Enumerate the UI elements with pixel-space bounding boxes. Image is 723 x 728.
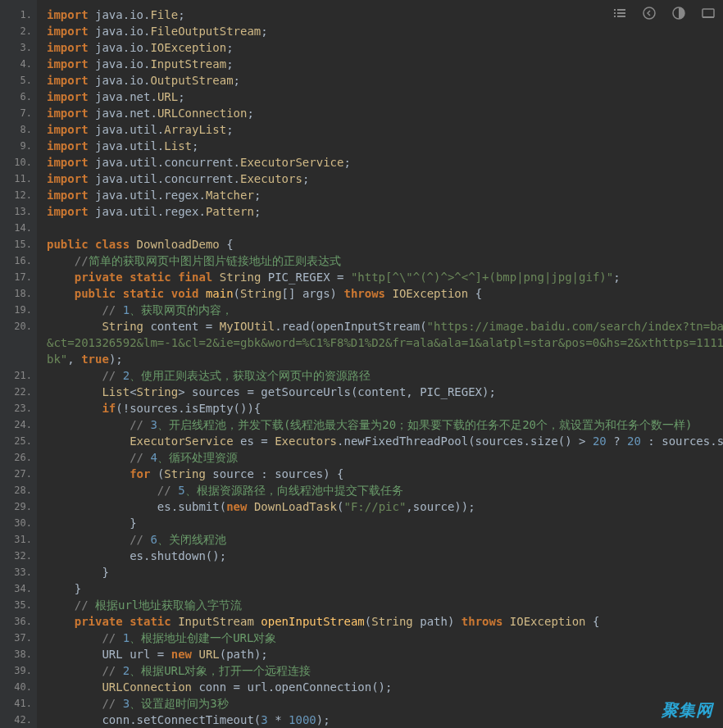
- code-line: private static InputStream openInputStre…: [47, 613, 723, 630]
- code-line: }: [47, 564, 723, 580]
- back-icon[interactable]: [643, 7, 656, 24]
- code-line: URLConnection conn = url.openConnection(…: [47, 679, 723, 695]
- code-line: import java.util.concurrent.ExecutorServ…: [47, 154, 723, 171]
- code-line: for (String source : sources) {: [47, 466, 723, 482]
- line-number: 5.: [0, 72, 37, 89]
- code-line: // 2、根据URL对象，打开一个远程连接: [47, 662, 723, 679]
- line-number: 1.: [0, 7, 37, 23]
- code-line: ExecutorService es = Executors.newFixedT…: [47, 433, 723, 449]
- line-number: 34.: [0, 580, 37, 597]
- code-line: import java.net.URL;: [47, 89, 723, 105]
- svg-rect-1: [617, 9, 625, 11]
- line-number: 31.: [0, 531, 37, 548]
- code-line: public static void main(String[] args) t…: [47, 285, 723, 302]
- code-line: import java.util.ArrayList;: [47, 121, 723, 138]
- code-line: List<String> sources = getSourceUrls(con…: [47, 384, 723, 400]
- line-number: 19.: [0, 302, 37, 318]
- watermark: 聚集网: [662, 702, 713, 718]
- line-number: 20.: [0, 318, 37, 334]
- line-number: 2.: [0, 23, 37, 39]
- code-line: // 1、根据地址创建一个URL对象: [47, 630, 723, 646]
- code-line: import java.net.URLConnection;: [47, 105, 723, 121]
- line-number: 21.: [0, 367, 37, 384]
- code-line: if(!sources.isEmpty()){: [47, 400, 723, 416]
- code-line: // 根据url地址获取输入字节流: [47, 597, 723, 613]
- svg-rect-4: [614, 16, 616, 17]
- line-number: 3.: [0, 39, 37, 56]
- line-number: 42.: [0, 712, 37, 728]
- line-number: 33.: [0, 564, 37, 580]
- code-line: //简单的获取网页中图片图片链接地址的正则表达式: [47, 253, 723, 269]
- svg-point-6: [643, 7, 655, 19]
- contrast-icon[interactable]: [672, 7, 685, 24]
- code-line: import java.util.concurrent.Executors;: [47, 171, 723, 187]
- code-area: import java.io.File;import java.io.FileO…: [37, 0, 723, 728]
- code-line: [47, 220, 723, 236]
- code-line: &ct=201326592&lm=-1&cl=2&ie=gbk&word=%C1…: [47, 334, 723, 351]
- code-line: es.shutdown();: [47, 548, 723, 564]
- line-number: 4.: [0, 56, 37, 72]
- svg-rect-0: [614, 9, 616, 11]
- line-number: 11.: [0, 171, 37, 187]
- code-line: import java.util.regex.Matcher;: [47, 187, 723, 203]
- code-line: es.submit(new DownLoadTask("F://pic",sou…: [47, 498, 723, 515]
- code-line: // 3、开启线程池，并发下载(线程池最大容量为20；如果要下载的任务不足20个…: [47, 416, 723, 433]
- svg-rect-9: [703, 16, 714, 18]
- code-line: String content = MyIOUtil.read(openInput…: [47, 318, 723, 334]
- svg-rect-5: [617, 16, 625, 17]
- line-number: 24.: [0, 416, 37, 433]
- line-number: 18.: [0, 285, 37, 302]
- code-line: }: [47, 580, 723, 597]
- line-number: 35.: [0, 597, 37, 613]
- line-number-gutter: 1.2.3.4.5.6.7.8.9.10.11.12.13.14.15.16.1…: [0, 0, 37, 728]
- line-number: 41.: [0, 695, 37, 712]
- fullscreen-icon[interactable]: [702, 7, 715, 24]
- list-icon[interactable]: [613, 7, 626, 24]
- toolbar: [613, 7, 715, 24]
- line-number: 26.: [0, 449, 37, 466]
- line-number: 22.: [0, 384, 37, 400]
- code-line: import java.util.List;: [47, 138, 723, 154]
- code-line: }: [47, 515, 723, 531]
- line-number: 27.: [0, 466, 37, 482]
- line-number: 10.: [0, 154, 37, 171]
- code-line: import java.io.FileOutputStream;: [47, 23, 723, 39]
- code-line: // 2、使用正则表达式，获取这个网页中的资源路径: [47, 367, 723, 384]
- line-number: 14.: [0, 220, 37, 236]
- code-line: // 6、关闭线程池: [47, 531, 723, 548]
- line-number: 40.: [0, 679, 37, 695]
- line-number: 6.: [0, 89, 37, 105]
- line-number: 30.: [0, 515, 37, 531]
- svg-rect-2: [614, 12, 616, 14]
- line-number: 13.: [0, 203, 37, 220]
- line-number: 29.: [0, 498, 37, 515]
- code-line: bk", true);: [47, 351, 723, 367]
- line-number: 16.: [0, 253, 37, 269]
- code-line: import java.io.IOException;: [47, 39, 723, 56]
- line-number: 36.: [0, 613, 37, 630]
- svg-rect-3: [617, 12, 625, 14]
- line-number: 37.: [0, 630, 37, 646]
- line-number: 38.: [0, 646, 37, 662]
- code-line: import java.io.InputStream;: [47, 56, 723, 72]
- line-number: 9.: [0, 138, 37, 154]
- line-number: 15.: [0, 236, 37, 253]
- svg-rect-8: [703, 9, 714, 17]
- line-number: 25.: [0, 433, 37, 449]
- code-line: // 4、循环处理资源: [47, 449, 723, 466]
- line-number: 17.: [0, 269, 37, 285]
- code-line: // 5、根据资源路径，向线程池中提交下载任务: [47, 482, 723, 498]
- line-number: 39.: [0, 662, 37, 679]
- code-line: URL url = new URL(path);: [47, 646, 723, 662]
- line-number: 8.: [0, 121, 37, 138]
- line-number: 32.: [0, 548, 37, 564]
- code-line: // 1、获取网页的内容，: [47, 302, 723, 318]
- code-line: // 3、设置超时间为3秒: [47, 695, 723, 712]
- line-number: 23.: [0, 400, 37, 416]
- line-number: 12.: [0, 187, 37, 203]
- code-line: conn.setConnectTimeout(3 * 1000);: [47, 712, 723, 728]
- code-line: public class DownloadDemo {: [47, 236, 723, 253]
- code-line: import java.io.OutputStream;: [47, 72, 723, 89]
- line-number: 7.: [0, 105, 37, 121]
- code-line: private static final String PIC_REGEX = …: [47, 269, 723, 285]
